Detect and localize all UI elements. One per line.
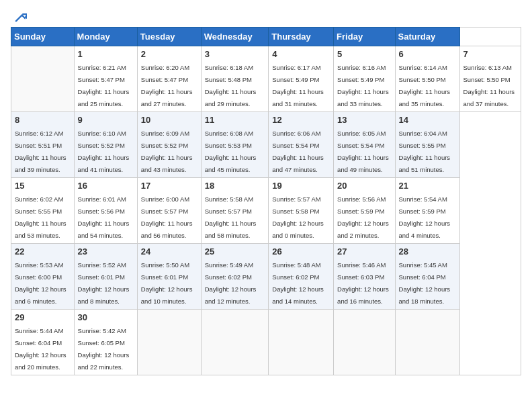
day-detail: Sunrise: 5:45 AMSunset: 6:04 PMDaylight:… (399, 261, 451, 305)
day-detail: Sunrise: 5:52 AMSunset: 6:01 PMDaylight:… (78, 261, 130, 305)
day-detail: Sunrise: 5:58 AMSunset: 5:57 PMDaylight:… (205, 195, 257, 239)
day-detail: Sunrise: 6:13 AMSunset: 5:50 PMDaylight:… (463, 64, 515, 107)
day-detail: Sunrise: 5:48 AMSunset: 6:02 PMDaylight:… (272, 261, 324, 305)
day-detail: Sunrise: 6:10 AMSunset: 5:52 PMDaylight:… (78, 130, 130, 173)
day-number: 26 (272, 246, 330, 257)
day-detail: Sunrise: 6:05 AMSunset: 5:54 PMDaylight:… (337, 130, 389, 173)
day-number: 25 (205, 246, 265, 257)
calendar-cell (334, 310, 395, 375)
day-number: 5 (337, 49, 391, 59)
day-number: 18 (205, 181, 265, 191)
logo-icon (12, 11, 27, 26)
day-detail: Sunrise: 5:42 AMSunset: 6:05 PMDaylight:… (78, 327, 130, 371)
day-number: 4 (272, 49, 330, 59)
day-number: 23 (78, 246, 134, 257)
day-number: 14 (399, 115, 456, 125)
day-number: 21 (399, 181, 456, 191)
calendar-cell: 26 Sunrise: 5:48 AMSunset: 6:02 PMDaylig… (269, 244, 334, 310)
calendar-cell: 9 Sunrise: 6:10 AMSunset: 5:52 PMDayligh… (74, 112, 137, 178)
day-header-saturday: Saturday (395, 28, 459, 46)
day-detail: Sunrise: 6:00 AMSunset: 5:57 PMDaylight:… (141, 195, 193, 239)
calendar-cell: 4 Sunrise: 6:17 AMSunset: 5:49 PMDayligh… (269, 46, 334, 112)
day-number: 10 (141, 115, 197, 125)
day-detail: Sunrise: 5:56 AMSunset: 5:59 PMDaylight:… (337, 195, 389, 239)
calendar: SundayMondayTuesdayWednesdayThursdayFrid… (11, 27, 521, 375)
day-number: 19 (272, 181, 330, 191)
calendar-cell: 5 Sunrise: 6:16 AMSunset: 5:49 PMDayligh… (334, 46, 395, 112)
day-detail: Sunrise: 5:57 AMSunset: 5:58 PMDaylight:… (272, 195, 324, 239)
day-number: 24 (141, 246, 197, 257)
day-detail: Sunrise: 5:49 AMSunset: 6:02 PMDaylight:… (205, 261, 257, 305)
day-detail: Sunrise: 6:12 AMSunset: 5:51 PMDaylight:… (15, 130, 66, 173)
calendar-cell: 16 Sunrise: 6:01 AMSunset: 5:56 PMDaylig… (74, 178, 137, 244)
day-detail: Sunrise: 6:06 AMSunset: 5:54 PMDaylight:… (272, 130, 324, 173)
day-number: 22 (15, 246, 71, 257)
calendar-cell: 7 Sunrise: 6:13 AMSunset: 5:50 PMDayligh… (459, 46, 521, 112)
day-detail: Sunrise: 6:20 AMSunset: 5:47 PMDaylight:… (141, 64, 193, 107)
calendar-cell: 23 Sunrise: 5:52 AMSunset: 6:01 PMDaylig… (74, 244, 137, 310)
calendar-cell: 1 Sunrise: 6:21 AMSunset: 5:47 PMDayligh… (74, 46, 137, 112)
day-detail: Sunrise: 5:53 AMSunset: 6:00 PMDaylight:… (15, 261, 66, 305)
day-number: 1 (78, 49, 134, 59)
day-detail: Sunrise: 6:02 AMSunset: 5:55 PMDaylight:… (15, 195, 66, 239)
day-number: 16 (78, 181, 134, 191)
day-number: 12 (272, 115, 330, 125)
calendar-cell: 12 Sunrise: 6:06 AMSunset: 5:54 PMDaylig… (269, 112, 334, 178)
calendar-cell: 22 Sunrise: 5:53 AMSunset: 6:00 PMDaylig… (11, 244, 75, 310)
day-header-sunday: Sunday (11, 28, 75, 46)
calendar-cell: 8 Sunrise: 6:12 AMSunset: 5:51 PMDayligh… (11, 112, 75, 178)
day-detail: Sunrise: 6:09 AMSunset: 5:52 PMDaylight:… (141, 130, 193, 173)
calendar-cell: 11 Sunrise: 6:08 AMSunset: 5:53 PMDaylig… (201, 112, 269, 178)
day-number: 11 (205, 115, 265, 125)
day-number: 6 (399, 49, 456, 59)
day-detail: Sunrise: 6:01 AMSunset: 5:56 PMDaylight:… (78, 195, 130, 239)
calendar-cell: 29 Sunrise: 5:44 AMSunset: 6:04 PMDaylig… (11, 310, 75, 375)
calendar-cell: 20 Sunrise: 5:56 AMSunset: 5:59 PMDaylig… (334, 178, 395, 244)
day-detail: Sunrise: 6:04 AMSunset: 5:55 PMDaylight:… (399, 130, 451, 173)
calendar-cell: 18 Sunrise: 5:58 AMSunset: 5:57 PMDaylig… (201, 178, 269, 244)
calendar-cell: 19 Sunrise: 5:57 AMSunset: 5:58 PMDaylig… (269, 178, 334, 244)
calendar-cell: 21 Sunrise: 5:54 AMSunset: 5:59 PMDaylig… (395, 178, 459, 244)
day-header-friday: Friday (334, 28, 395, 46)
day-number: 9 (78, 115, 134, 125)
day-header-thursday: Thursday (269, 28, 334, 46)
calendar-cell (269, 310, 334, 375)
day-number: 29 (15, 312, 71, 322)
logo (11, 11, 27, 21)
day-detail: Sunrise: 5:46 AMSunset: 6:03 PMDaylight:… (337, 261, 389, 305)
calendar-cell (137, 310, 201, 375)
calendar-cell: 2 Sunrise: 6:20 AMSunset: 5:47 PMDayligh… (137, 46, 201, 112)
day-number: 17 (141, 181, 197, 191)
day-number: 28 (399, 246, 456, 257)
calendar-cell: 27 Sunrise: 5:46 AMSunset: 6:03 PMDaylig… (334, 244, 395, 310)
calendar-cell (11, 46, 75, 112)
day-header-tuesday: Tuesday (137, 28, 201, 46)
calendar-cell: 10 Sunrise: 6:09 AMSunset: 5:52 PMDaylig… (137, 112, 201, 178)
calendar-cell (201, 310, 269, 375)
day-detail: Sunrise: 6:14 AMSunset: 5:50 PMDaylight:… (399, 64, 451, 107)
day-number: 27 (337, 246, 391, 257)
day-header-monday: Monday (74, 28, 137, 46)
calendar-cell: 14 Sunrise: 6:04 AMSunset: 5:55 PMDaylig… (395, 112, 459, 178)
day-detail: Sunrise: 6:16 AMSunset: 5:49 PMDaylight:… (337, 64, 389, 107)
day-number: 15 (15, 181, 71, 191)
calendar-cell: 3 Sunrise: 6:18 AMSunset: 5:48 PMDayligh… (201, 46, 269, 112)
day-detail: Sunrise: 6:21 AMSunset: 5:47 PMDaylight:… (78, 64, 130, 107)
day-header-wednesday: Wednesday (201, 28, 269, 46)
day-detail: Sunrise: 6:08 AMSunset: 5:53 PMDaylight:… (205, 130, 257, 173)
day-detail: Sunrise: 5:50 AMSunset: 6:01 PMDaylight:… (141, 261, 193, 305)
day-detail: Sunrise: 5:44 AMSunset: 6:04 PMDaylight:… (15, 327, 66, 371)
calendar-cell: 15 Sunrise: 6:02 AMSunset: 5:55 PMDaylig… (11, 178, 75, 244)
header (11, 11, 521, 21)
calendar-cell: 24 Sunrise: 5:50 AMSunset: 6:01 PMDaylig… (137, 244, 201, 310)
day-detail: Sunrise: 5:54 AMSunset: 5:59 PMDaylight:… (399, 195, 451, 239)
calendar-cell: 13 Sunrise: 6:05 AMSunset: 5:54 PMDaylig… (334, 112, 395, 178)
day-number: 20 (337, 181, 391, 191)
day-number: 3 (205, 49, 265, 59)
calendar-cell (395, 310, 459, 375)
day-number: 13 (337, 115, 391, 125)
calendar-cell: 25 Sunrise: 5:49 AMSunset: 6:02 PMDaylig… (201, 244, 269, 310)
day-number: 7 (463, 49, 517, 59)
day-number: 2 (141, 49, 197, 59)
day-number: 8 (15, 115, 71, 125)
